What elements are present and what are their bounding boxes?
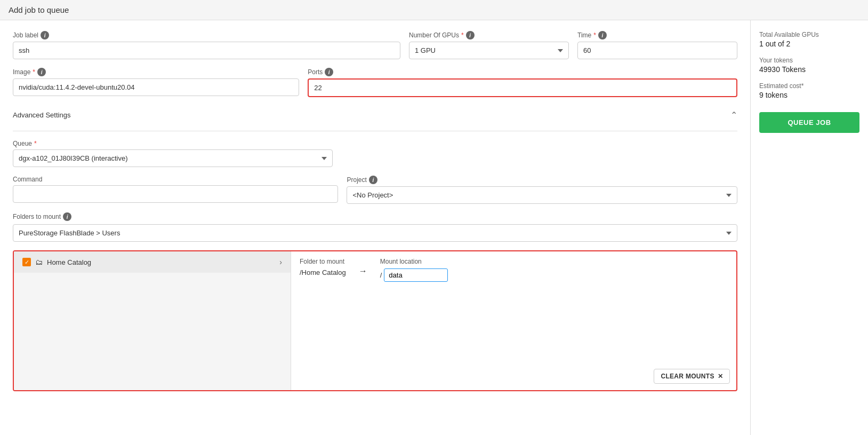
clear-mounts-button[interactable]: CLEAR MOUNTS ✕ bbox=[654, 369, 730, 384]
home-catalog-item[interactable]: 🗂 Home Catalog › bbox=[14, 251, 291, 273]
mount-arrow-icon: → bbox=[359, 266, 367, 276]
num-gpus-select[interactable]: 1 GPU2 GPU bbox=[409, 42, 569, 59]
ports-input[interactable] bbox=[308, 78, 737, 97]
folders-to-mount-label: Folders to mount i bbox=[13, 212, 737, 221]
command-label: Command bbox=[13, 176, 338, 183]
estimated-cost-section: Estimated cost* 9 tokens bbox=[759, 82, 859, 99]
total-gpus-label: Total Available GPUs bbox=[759, 31, 859, 38]
num-gpus-label: Number Of GPUs * i bbox=[409, 31, 569, 39]
folders-right-pane: Folder to mount /Home Catalog → Mount lo… bbox=[291, 251, 736, 390]
folder-expand-arrow[interactable]: › bbox=[279, 258, 282, 266]
home-catalog-label: Home Catalog bbox=[47, 258, 275, 266]
time-label: Time * i bbox=[577, 31, 737, 39]
page-title: Add job to queue bbox=[0, 0, 868, 20]
image-input[interactable] bbox=[13, 78, 299, 96]
image-label: Image * i bbox=[13, 68, 299, 76]
time-info-icon: i bbox=[598, 31, 607, 39]
folders-info-icon: i bbox=[63, 212, 71, 221]
tokens-label: Your tokens bbox=[759, 57, 859, 64]
command-input[interactable] bbox=[13, 185, 338, 203]
queue-job-button[interactable]: QUEUE JOB bbox=[759, 112, 859, 133]
image-required: * bbox=[33, 68, 35, 76]
mount-location-input[interactable] bbox=[384, 268, 448, 282]
time-required: * bbox=[593, 31, 596, 39]
job-label-input[interactable] bbox=[13, 42, 400, 59]
folder-to-mount-label: Folder to mount bbox=[300, 258, 346, 265]
advanced-settings-chevron[interactable]: ⌃ bbox=[730, 110, 737, 120]
folder-to-mount-value: /Home Catalog bbox=[300, 268, 346, 276]
project-label: Project i bbox=[347, 176, 737, 184]
num-gpus-required: * bbox=[461, 31, 464, 39]
advanced-settings-header: Advanced Settings ⌃ bbox=[13, 106, 737, 124]
clear-mounts-x-icon: ✕ bbox=[718, 373, 723, 380]
advanced-settings-title: Advanced Settings bbox=[13, 111, 70, 119]
folders-panel: 🗂 Home Catalog › Folder to mount /Home C… bbox=[13, 250, 737, 391]
tokens-value: 49930 Tokens bbox=[759, 65, 859, 74]
num-gpus-info-icon: i bbox=[466, 31, 475, 39]
image-info-icon: i bbox=[37, 68, 46, 76]
queue-required: * bbox=[34, 140, 37, 147]
ports-info-icon: i bbox=[325, 68, 333, 76]
mount-slash: / bbox=[380, 271, 382, 279]
time-input[interactable] bbox=[577, 42, 737, 59]
total-gpus-value: 1 out of 2 bbox=[759, 39, 859, 48]
sidebar: Total Available GPUs 1 out of 2 Your tok… bbox=[751, 20, 868, 435]
estimated-cost-value: 9 tokens bbox=[759, 91, 859, 99]
project-info-icon: i bbox=[369, 176, 377, 184]
clear-mounts-label: CLEAR MOUNTS bbox=[661, 373, 714, 380]
tokens-section: Your tokens 49930 Tokens bbox=[759, 57, 859, 74]
queue-select[interactable]: dgx-a102_01J80I39CB (interactive) bbox=[13, 149, 333, 167]
ports-label: Ports i bbox=[308, 68, 737, 76]
folders-left-pane: 🗂 Home Catalog › bbox=[14, 251, 291, 390]
queue-label: Queue * bbox=[13, 140, 333, 147]
job-label-label: Job label i bbox=[13, 31, 400, 39]
home-catalog-checkbox[interactable] bbox=[22, 258, 31, 266]
estimated-cost-label: Estimated cost* bbox=[759, 82, 859, 90]
project-select[interactable]: <No Project> bbox=[347, 186, 737, 204]
folder-icon: 🗂 bbox=[35, 258, 43, 266]
folders-dropdown[interactable]: PureStorage FlashBlade > Users bbox=[13, 224, 737, 242]
job-label-info-icon: i bbox=[41, 31, 49, 39]
total-gpus-section: Total Available GPUs 1 out of 2 bbox=[759, 31, 859, 48]
mount-location-label: Mount location bbox=[380, 258, 448, 265]
